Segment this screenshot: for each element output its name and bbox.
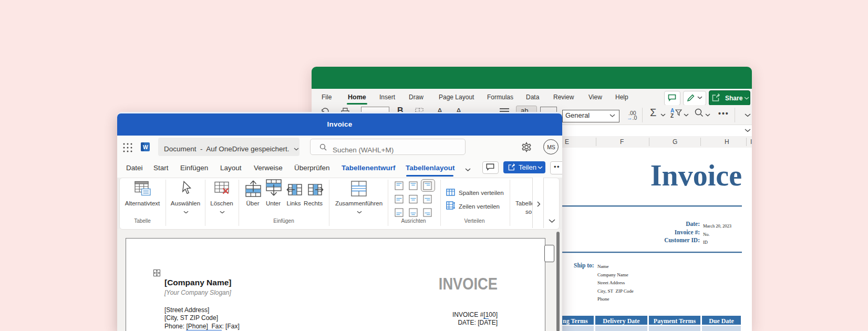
svg-text:W: W [143, 144, 148, 150]
